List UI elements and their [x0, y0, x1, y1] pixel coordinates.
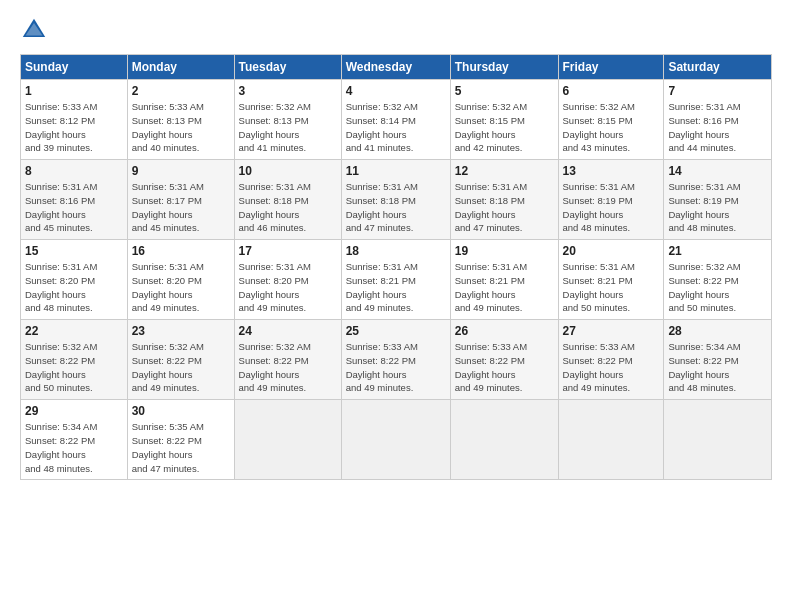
day-number: 30 — [132, 404, 230, 418]
calendar-cell: 4 Sunrise: 5:32 AMSunset: 8:14 PMDayligh… — [341, 80, 450, 160]
calendar-week-3: 15 Sunrise: 5:31 AMSunset: 8:20 PMDaylig… — [21, 240, 772, 320]
day-info: Sunrise: 5:31 AMSunset: 8:20 PMDaylight … — [239, 261, 311, 313]
calendar-header-tuesday: Tuesday — [234, 55, 341, 80]
calendar-cell — [558, 400, 664, 480]
day-info: Sunrise: 5:31 AMSunset: 8:18 PMDaylight … — [239, 181, 311, 233]
day-info: Sunrise: 5:33 AMSunset: 8:22 PMDaylight … — [563, 341, 635, 393]
calendar-cell: 11 Sunrise: 5:31 AMSunset: 8:18 PMDaylig… — [341, 160, 450, 240]
calendar-cell — [234, 400, 341, 480]
day-number: 8 — [25, 164, 123, 178]
calendar-cell: 23 Sunrise: 5:32 AMSunset: 8:22 PMDaylig… — [127, 320, 234, 400]
day-number: 6 — [563, 84, 660, 98]
calendar-cell: 8 Sunrise: 5:31 AMSunset: 8:16 PMDayligh… — [21, 160, 128, 240]
calendar-cell: 30 Sunrise: 5:35 AMSunset: 8:22 PMDaylig… — [127, 400, 234, 480]
day-info: Sunrise: 5:31 AMSunset: 8:21 PMDaylight … — [346, 261, 418, 313]
day-number: 5 — [455, 84, 554, 98]
day-number: 15 — [25, 244, 123, 258]
calendar-cell: 7 Sunrise: 5:31 AMSunset: 8:16 PMDayligh… — [664, 80, 772, 160]
calendar-cell: 21 Sunrise: 5:32 AMSunset: 8:22 PMDaylig… — [664, 240, 772, 320]
day-number: 29 — [25, 404, 123, 418]
day-info: Sunrise: 5:32 AMSunset: 8:14 PMDaylight … — [346, 101, 418, 153]
day-number: 4 — [346, 84, 446, 98]
calendar-cell: 19 Sunrise: 5:31 AMSunset: 8:21 PMDaylig… — [450, 240, 558, 320]
day-info: Sunrise: 5:32 AMSunset: 8:22 PMDaylight … — [668, 261, 740, 313]
calendar-header-sunday: Sunday — [21, 55, 128, 80]
calendar-week-4: 22 Sunrise: 5:32 AMSunset: 8:22 PMDaylig… — [21, 320, 772, 400]
calendar-cell: 25 Sunrise: 5:33 AMSunset: 8:22 PMDaylig… — [341, 320, 450, 400]
day-info: Sunrise: 5:31 AMSunset: 8:19 PMDaylight … — [668, 181, 740, 233]
day-info: Sunrise: 5:31 AMSunset: 8:17 PMDaylight … — [132, 181, 204, 233]
day-info: Sunrise: 5:31 AMSunset: 8:18 PMDaylight … — [346, 181, 418, 233]
calendar-table: SundayMondayTuesdayWednesdayThursdayFrid… — [20, 54, 772, 480]
calendar-header-friday: Friday — [558, 55, 664, 80]
day-info: Sunrise: 5:31 AMSunset: 8:19 PMDaylight … — [563, 181, 635, 233]
calendar-cell: 3 Sunrise: 5:32 AMSunset: 8:13 PMDayligh… — [234, 80, 341, 160]
day-number: 3 — [239, 84, 337, 98]
calendar-cell — [450, 400, 558, 480]
calendar-cell: 22 Sunrise: 5:32 AMSunset: 8:22 PMDaylig… — [21, 320, 128, 400]
calendar-cell: 28 Sunrise: 5:34 AMSunset: 8:22 PMDaylig… — [664, 320, 772, 400]
day-number: 1 — [25, 84, 123, 98]
calendar-cell: 1 Sunrise: 5:33 AMSunset: 8:12 PMDayligh… — [21, 80, 128, 160]
day-info: Sunrise: 5:32 AMSunset: 8:22 PMDaylight … — [25, 341, 97, 393]
day-number: 13 — [563, 164, 660, 178]
calendar-cell: 5 Sunrise: 5:32 AMSunset: 8:15 PMDayligh… — [450, 80, 558, 160]
calendar-cell: 18 Sunrise: 5:31 AMSunset: 8:21 PMDaylig… — [341, 240, 450, 320]
calendar-body: 1 Sunrise: 5:33 AMSunset: 8:12 PMDayligh… — [21, 80, 772, 480]
calendar-header-monday: Monday — [127, 55, 234, 80]
calendar-cell: 6 Sunrise: 5:32 AMSunset: 8:15 PMDayligh… — [558, 80, 664, 160]
calendar-header-wednesday: Wednesday — [341, 55, 450, 80]
calendar-cell: 17 Sunrise: 5:31 AMSunset: 8:20 PMDaylig… — [234, 240, 341, 320]
day-number: 22 — [25, 324, 123, 338]
day-number: 14 — [668, 164, 767, 178]
day-number: 21 — [668, 244, 767, 258]
page: SundayMondayTuesdayWednesdayThursdayFrid… — [0, 0, 792, 612]
day-info: Sunrise: 5:32 AMSunset: 8:22 PMDaylight … — [239, 341, 311, 393]
day-info: Sunrise: 5:31 AMSunset: 8:18 PMDaylight … — [455, 181, 527, 233]
day-number: 19 — [455, 244, 554, 258]
day-number: 9 — [132, 164, 230, 178]
calendar-header-saturday: Saturday — [664, 55, 772, 80]
day-info: Sunrise: 5:31 AMSunset: 8:20 PMDaylight … — [132, 261, 204, 313]
day-info: Sunrise: 5:32 AMSunset: 8:15 PMDaylight … — [455, 101, 527, 153]
calendar-cell: 26 Sunrise: 5:33 AMSunset: 8:22 PMDaylig… — [450, 320, 558, 400]
day-info: Sunrise: 5:33 AMSunset: 8:12 PMDaylight … — [25, 101, 97, 153]
day-number: 10 — [239, 164, 337, 178]
day-number: 7 — [668, 84, 767, 98]
day-number: 12 — [455, 164, 554, 178]
day-number: 18 — [346, 244, 446, 258]
calendar-week-2: 8 Sunrise: 5:31 AMSunset: 8:16 PMDayligh… — [21, 160, 772, 240]
day-number: 26 — [455, 324, 554, 338]
day-number: 20 — [563, 244, 660, 258]
day-number: 25 — [346, 324, 446, 338]
calendar-cell: 29 Sunrise: 5:34 AMSunset: 8:22 PMDaylig… — [21, 400, 128, 480]
day-info: Sunrise: 5:34 AMSunset: 8:22 PMDaylight … — [25, 421, 97, 473]
day-info: Sunrise: 5:33 AMSunset: 8:22 PMDaylight … — [346, 341, 418, 393]
day-number: 23 — [132, 324, 230, 338]
calendar-cell: 15 Sunrise: 5:31 AMSunset: 8:20 PMDaylig… — [21, 240, 128, 320]
calendar-cell: 20 Sunrise: 5:31 AMSunset: 8:21 PMDaylig… — [558, 240, 664, 320]
day-number: 16 — [132, 244, 230, 258]
calendar-header-thursday: Thursday — [450, 55, 558, 80]
day-info: Sunrise: 5:31 AMSunset: 8:16 PMDaylight … — [668, 101, 740, 153]
calendar-week-1: 1 Sunrise: 5:33 AMSunset: 8:12 PMDayligh… — [21, 80, 772, 160]
day-info: Sunrise: 5:33 AMSunset: 8:13 PMDaylight … — [132, 101, 204, 153]
day-info: Sunrise: 5:31 AMSunset: 8:21 PMDaylight … — [563, 261, 635, 313]
logo — [20, 16, 52, 44]
calendar-cell: 27 Sunrise: 5:33 AMSunset: 8:22 PMDaylig… — [558, 320, 664, 400]
logo-icon — [20, 16, 48, 44]
calendar-header-row: SundayMondayTuesdayWednesdayThursdayFrid… — [21, 55, 772, 80]
calendar-cell: 9 Sunrise: 5:31 AMSunset: 8:17 PMDayligh… — [127, 160, 234, 240]
day-info: Sunrise: 5:32 AMSunset: 8:15 PMDaylight … — [563, 101, 635, 153]
day-info: Sunrise: 5:32 AMSunset: 8:22 PMDaylight … — [132, 341, 204, 393]
day-info: Sunrise: 5:31 AMSunset: 8:21 PMDaylight … — [455, 261, 527, 313]
calendar-cell — [664, 400, 772, 480]
day-number: 27 — [563, 324, 660, 338]
day-info: Sunrise: 5:31 AMSunset: 8:20 PMDaylight … — [25, 261, 97, 313]
calendar-cell: 16 Sunrise: 5:31 AMSunset: 8:20 PMDaylig… — [127, 240, 234, 320]
day-number: 11 — [346, 164, 446, 178]
day-info: Sunrise: 5:32 AMSunset: 8:13 PMDaylight … — [239, 101, 311, 153]
calendar-cell — [341, 400, 450, 480]
day-number: 2 — [132, 84, 230, 98]
day-number: 24 — [239, 324, 337, 338]
